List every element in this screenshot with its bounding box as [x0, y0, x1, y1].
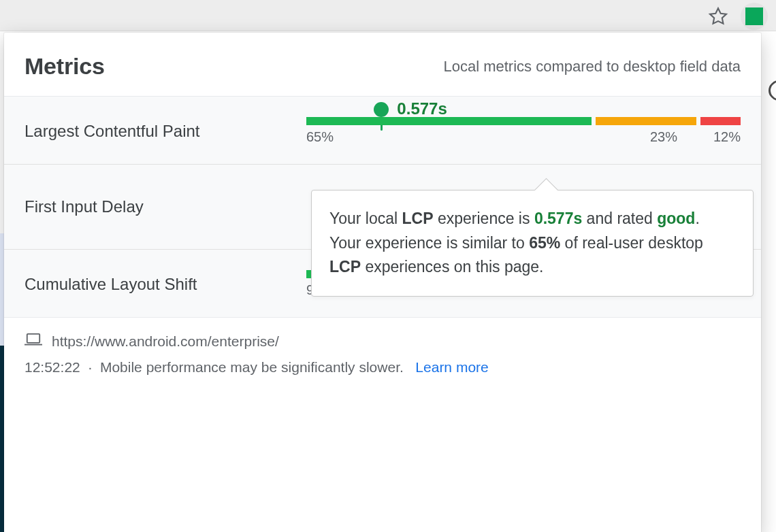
metric-value: 0.577s	[397, 99, 447, 118]
tooltip-percentile: 65%	[529, 234, 560, 252]
tooltip-value: 0.577s	[534, 210, 582, 227]
tooltip-text: and rated	[582, 210, 657, 227]
panel-subtitle: Local metrics compared to desktop field …	[443, 58, 741, 76]
tooltip-text: Your local	[329, 210, 402, 227]
measurement-time: 12:52:22	[25, 359, 80, 375]
footer-status-line: 12:52:22 · Mobile performance may be sig…	[25, 359, 741, 376]
dist-segment-poor	[700, 117, 741, 125]
metric-tooltip: Your local LCP experience is 0.577s and …	[311, 190, 754, 297]
dist-labels: 65% 23% 12%	[306, 129, 741, 145]
dist-label-poor: 12%	[713, 129, 741, 145]
svg-rect-0	[27, 334, 39, 343]
separator-dot: ·	[88, 359, 92, 375]
profile-avatar[interactable]	[741, 3, 768, 30]
footer-url-row: https://www.android.com/enterprise/	[25, 333, 741, 350]
tooltip-text: experiences on this page.	[361, 258, 544, 276]
dist-segment-needs-improvement	[596, 117, 696, 125]
marker-dot-icon	[374, 102, 389, 117]
metric-row-lcp[interactable]: Largest Contentful Paint 0.577s 65% 23% …	[4, 97, 761, 165]
browser-chrome-bar	[0, 0, 776, 31]
panel-header: Metrics Local metrics compared to deskto…	[4, 33, 761, 96]
panel-footer: https://www.android.com/enterprise/ 12:5…	[4, 318, 761, 382]
profile-avatar-icon	[745, 7, 763, 25]
metric-name: Largest Contentful Paint	[25, 122, 306, 141]
tooltip-rating: good	[657, 210, 695, 227]
dist-label-ni: 23%	[650, 129, 677, 145]
tooltip-metric-abbr: LCP	[329, 258, 361, 276]
tooltip-metric-abbr: LCP	[402, 210, 434, 227]
metric-distribution-chart: 0.577s 65% 23% 12%	[306, 117, 741, 145]
metric-name: Cumulative Layout Shift	[25, 275, 306, 294]
tooltip-text: of real-user desktop	[560, 234, 703, 252]
metric-name: First Input Delay	[25, 197, 306, 216]
metric-distribution-bar	[306, 117, 741, 125]
mobile-warning-text: Mobile performance may be significantly …	[100, 359, 404, 375]
tooltip-text: experience is	[434, 210, 534, 227]
page-url: https://www.android.com/enterprise/	[52, 333, 279, 350]
metric-value-marker: 0.577s	[374, 102, 389, 131]
background-page-glyph	[764, 76, 776, 105]
dist-label-good: 65%	[306, 129, 334, 145]
panel-title: Metrics	[25, 53, 105, 80]
dist-segment-good	[306, 117, 592, 125]
learn-more-link[interactable]: Learn more	[415, 359, 488, 375]
laptop-icon	[25, 333, 42, 350]
bookmark-star-icon[interactable]	[708, 6, 728, 27]
